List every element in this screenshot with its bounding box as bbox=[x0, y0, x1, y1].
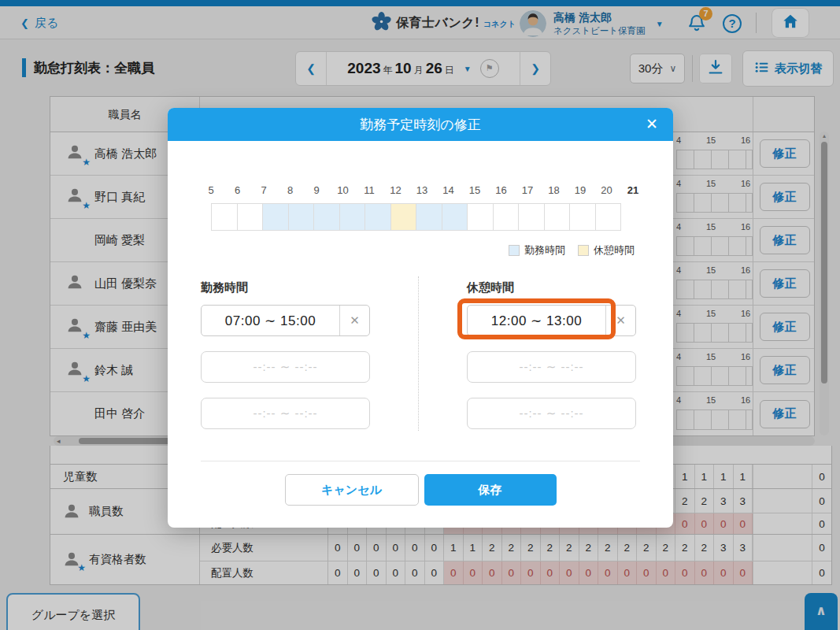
timeline-hour-label: 21 bbox=[627, 184, 638, 196]
time-input-group: 12:00 ∼ 13:00✕ bbox=[467, 305, 636, 336]
timeline-cell[interactable] bbox=[288, 203, 315, 231]
timeline-hour-label: 15 bbox=[469, 184, 480, 196]
time-input-row: --:-- ∼ --:-- bbox=[201, 351, 370, 383]
timeline-cell[interactable] bbox=[493, 203, 520, 231]
break-time-section: 休憩時間 12:00 ∼ 13:00✕--:-- ∼ --:----:-- ∼ … bbox=[467, 280, 636, 444]
timeline-hour-label: 20 bbox=[601, 184, 612, 196]
time-input-row: --:-- ∼ --:-- bbox=[201, 398, 370, 429]
time-range-input[interactable]: 12:00 ∼ 13:00 bbox=[468, 306, 605, 335]
timeline-cell[interactable] bbox=[595, 203, 622, 231]
time-input-row: 07:00 ∼ 15:00✕ bbox=[201, 305, 370, 336]
timeline-cell[interactable] bbox=[339, 203, 366, 231]
legend-swatch bbox=[578, 245, 589, 256]
timeline-cell[interactable] bbox=[416, 203, 442, 231]
timeline-cell[interactable] bbox=[211, 203, 238, 231]
timeline-hour-label: 12 bbox=[390, 184, 401, 196]
timeline-hour-label: 19 bbox=[575, 184, 586, 196]
edit-schedule-modal: 勤務予定時刻の修正 ✕ 5678910111213141516171819202… bbox=[168, 108, 673, 528]
time-range-input[interactable]: --:-- ∼ --:-- bbox=[201, 398, 370, 429]
timeline-cell[interactable] bbox=[237, 203, 264, 231]
timeline-hour-label: 7 bbox=[261, 184, 266, 196]
time-range-input[interactable]: 07:00 ∼ 15:00 bbox=[202, 306, 339, 335]
time-input-row: --:-- ∼ --:-- bbox=[467, 351, 636, 383]
timeline-cell[interactable] bbox=[518, 203, 545, 231]
timeline-hour-label: 6 bbox=[235, 184, 240, 196]
modal-actions: キャンセル 保存 bbox=[168, 474, 673, 506]
timeline-hour-label: 16 bbox=[495, 184, 506, 196]
time-range-input[interactable]: --:-- ∼ --:-- bbox=[467, 351, 636, 383]
break-time-rows: 12:00 ∼ 13:00✕--:-- ∼ --:----:-- ∼ --:-- bbox=[467, 305, 636, 429]
timeline-hour-label: 8 bbox=[287, 184, 293, 196]
time-range-input[interactable]: --:-- ∼ --:-- bbox=[201, 351, 370, 383]
save-button[interactable]: 保存 bbox=[424, 474, 557, 506]
legend-label: 休憩時間 bbox=[594, 243, 635, 258]
timeline bbox=[211, 203, 635, 231]
time-input-row: 12:00 ∼ 13:00✕ bbox=[467, 305, 636, 336]
timeline-cell[interactable] bbox=[313, 203, 340, 231]
section-divider bbox=[418, 276, 419, 431]
app: ❮ 戻る 保育士バンク! コネクト bbox=[0, 0, 840, 630]
timeline-hour-label: 9 bbox=[313, 184, 319, 196]
legend-item: 休憩時間 bbox=[578, 243, 635, 258]
timeline-cell[interactable] bbox=[364, 203, 391, 231]
timeline-hour-label: 14 bbox=[442, 184, 453, 196]
timeline-hour-label: 17 bbox=[522, 184, 533, 196]
work-time-rows: 07:00 ∼ 15:00✕--:-- ∼ --:----:-- ∼ --:-- bbox=[201, 305, 370, 429]
cancel-button[interactable]: キャンセル bbox=[285, 474, 419, 506]
legend-item: 勤務時間 bbox=[509, 243, 565, 258]
timeline-legend: 勤務時間休憩時間 bbox=[211, 243, 635, 258]
timeline-hour-labels: 56789101112131415161718192021 bbox=[211, 184, 633, 195]
timeline-cell[interactable] bbox=[442, 203, 468, 231]
timeline-cell[interactable] bbox=[390, 203, 417, 231]
legend-swatch bbox=[509, 245, 520, 256]
time-input-row: --:-- ∼ --:-- bbox=[467, 398, 636, 429]
close-icon[interactable]: ✕ bbox=[646, 108, 658, 141]
timeline-hour-label: 13 bbox=[416, 184, 427, 196]
time-input-group: 07:00 ∼ 15:00✕ bbox=[201, 305, 370, 336]
modal-title: 勤務予定時刻の修正 bbox=[360, 116, 480, 134]
time-range-input[interactable]: --:-- ∼ --:-- bbox=[467, 398, 636, 429]
clear-icon[interactable]: ✕ bbox=[605, 306, 635, 335]
clear-icon[interactable]: ✕ bbox=[339, 306, 369, 335]
modal-footer-divider bbox=[201, 461, 640, 461]
timeline-hour-label: 11 bbox=[364, 184, 375, 196]
legend-label: 勤務時間 bbox=[524, 243, 565, 258]
timeline-hour-label: 5 bbox=[208, 184, 213, 196]
work-time-heading: 勤務時間 bbox=[201, 280, 370, 295]
work-time-section: 勤務時間 07:00 ∼ 15:00✕--:-- ∼ --:----:-- ∼ … bbox=[201, 280, 370, 444]
timeline-cell[interactable] bbox=[467, 203, 494, 231]
timeline-hour-label: 10 bbox=[337, 184, 348, 196]
timeline-cell[interactable] bbox=[262, 203, 289, 231]
modal-header: 勤務予定時刻の修正 ✕ bbox=[168, 108, 673, 141]
timeline-cell[interactable] bbox=[569, 203, 596, 231]
timeline-cell[interactable] bbox=[544, 203, 571, 231]
timeline-hour-label: 18 bbox=[548, 184, 559, 196]
break-time-heading: 休憩時間 bbox=[467, 280, 636, 295]
